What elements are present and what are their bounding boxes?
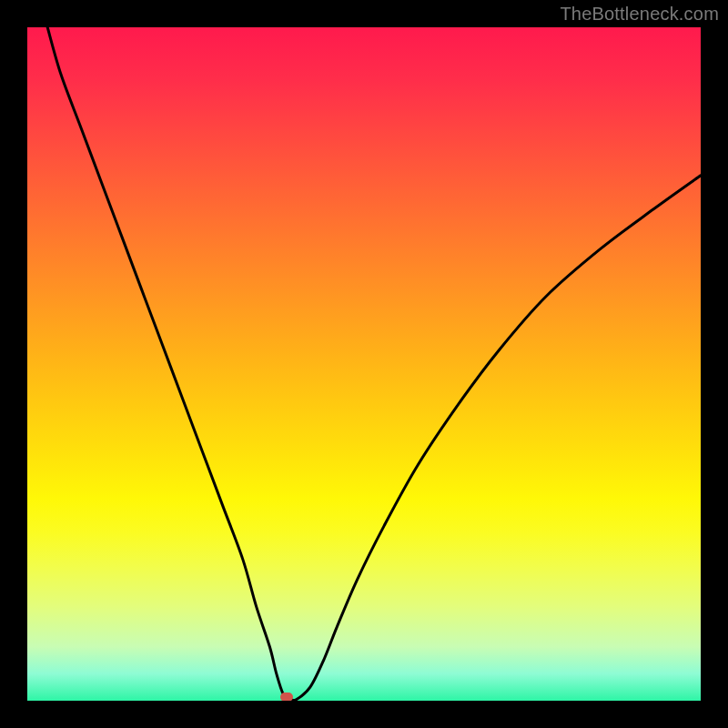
bottleneck-curve-path [47,27,701,701]
bottleneck-curve-svg [27,27,701,701]
chart-frame: TheBottleneck.com [0,0,728,728]
minimum-marker-icon [280,693,293,701]
plot-area [27,27,701,701]
watermark-text: TheBottleneck.com [560,4,719,25]
